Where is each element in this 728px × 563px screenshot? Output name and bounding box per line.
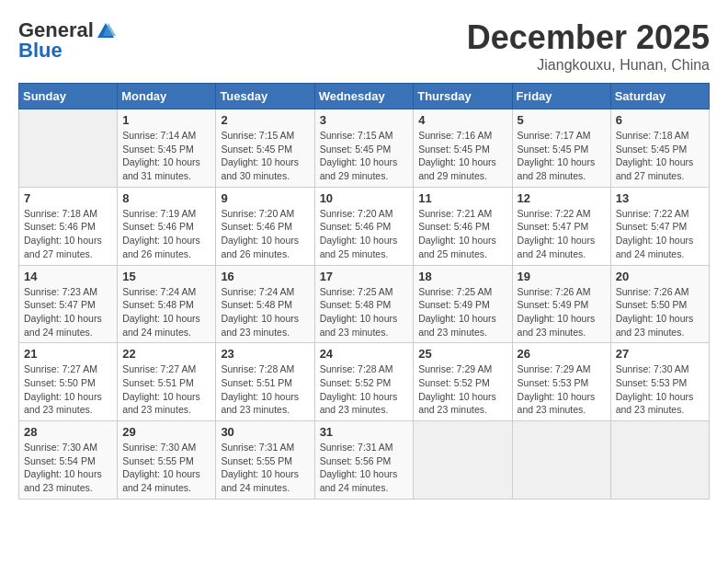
calendar-cell: 23Sunrise: 7:28 AMSunset: 5:51 PMDayligh… <box>216 343 314 421</box>
day-info: Sunrise: 7:28 AMSunset: 5:51 PMDaylight:… <box>221 362 309 417</box>
weekday-header: Saturday <box>610 84 709 109</box>
day-number: 16 <box>221 270 309 283</box>
calendar-week-row: 14Sunrise: 7:23 AMSunset: 5:47 PMDayligh… <box>19 265 710 343</box>
day-info: Sunrise: 7:15 AMSunset: 5:45 PMDaylight:… <box>320 129 409 183</box>
calendar-cell <box>19 109 118 188</box>
calendar-week-row: 28Sunrise: 7:30 AMSunset: 5:54 PMDayligh… <box>19 421 710 500</box>
day-info: Sunrise: 7:28 AMSunset: 5:52 PMDaylight:… <box>320 362 409 417</box>
day-number: 17 <box>320 270 409 283</box>
day-number: 14 <box>24 270 112 283</box>
day-info: Sunrise: 7:22 AMSunset: 5:47 PMDaylight:… <box>616 207 704 261</box>
day-number: 30 <box>221 425 309 439</box>
day-info: Sunrise: 7:27 AMSunset: 5:51 PMDaylight:… <box>122 362 210 417</box>
day-number: 6 <box>616 113 704 127</box>
calendar-cell: 9Sunrise: 7:20 AMSunset: 5:46 PMDaylight… <box>216 187 314 265</box>
day-info: Sunrise: 7:22 AMSunset: 5:47 PMDaylight:… <box>518 207 606 261</box>
calendar-week-row: 21Sunrise: 7:27 AMSunset: 5:50 PMDayligh… <box>19 343 710 421</box>
day-number: 8 <box>122 191 210 205</box>
day-info: Sunrise: 7:30 AMSunset: 5:54 PMDaylight:… <box>24 441 112 495</box>
day-info: Sunrise: 7:27 AMSunset: 5:50 PMDaylight:… <box>24 362 112 417</box>
logo-icon <box>96 21 116 40</box>
day-number: 22 <box>122 347 210 361</box>
calendar-table: SundayMondayTuesdayWednesdayThursdayFrid… <box>18 83 710 500</box>
day-number: 4 <box>418 113 506 127</box>
calendar-week-row: 7Sunrise: 7:18 AMSunset: 5:46 PMDaylight… <box>19 187 710 265</box>
calendar-cell: 19Sunrise: 7:26 AMSunset: 5:49 PMDayligh… <box>512 265 610 343</box>
calendar-cell: 28Sunrise: 7:30 AMSunset: 5:54 PMDayligh… <box>19 421 118 500</box>
weekday-header: Thursday <box>414 84 512 109</box>
calendar-cell: 2Sunrise: 7:15 AMSunset: 5:45 PMDaylight… <box>216 109 314 188</box>
day-info: Sunrise: 7:14 AMSunset: 5:45 PMDaylight:… <box>122 129 210 183</box>
day-info: Sunrise: 7:21 AMSunset: 5:46 PMDaylight:… <box>418 207 506 261</box>
calendar-cell <box>414 421 512 500</box>
day-number: 15 <box>122 270 210 283</box>
calendar-cell: 29Sunrise: 7:30 AMSunset: 5:55 PMDayligh… <box>118 421 216 500</box>
weekday-header: Friday <box>512 84 610 109</box>
calendar-cell: 11Sunrise: 7:21 AMSunset: 5:46 PMDayligh… <box>414 187 512 265</box>
calendar-cell: 20Sunrise: 7:26 AMSunset: 5:50 PMDayligh… <box>610 265 709 343</box>
calendar-cell: 30Sunrise: 7:31 AMSunset: 5:55 PMDayligh… <box>216 421 314 500</box>
day-number: 23 <box>221 347 309 361</box>
location-title: Jiangkouxu, Hunan, China <box>467 57 710 74</box>
calendar-cell: 16Sunrise: 7:24 AMSunset: 5:48 PMDayligh… <box>216 265 314 343</box>
day-info: Sunrise: 7:30 AMSunset: 5:53 PMDaylight:… <box>616 362 704 417</box>
weekday-header: Tuesday <box>216 84 314 109</box>
calendar-cell: 15Sunrise: 7:24 AMSunset: 5:48 PMDayligh… <box>118 265 216 343</box>
title-area: December 2025 Jiangkouxu, Hunan, China <box>467 18 710 74</box>
calendar-cell: 21Sunrise: 7:27 AMSunset: 5:50 PMDayligh… <box>19 343 118 421</box>
calendar-header-row: SundayMondayTuesdayWednesdayThursdayFrid… <box>19 84 710 109</box>
calendar-cell: 17Sunrise: 7:25 AMSunset: 5:48 PMDayligh… <box>314 265 414 343</box>
day-info: Sunrise: 7:30 AMSunset: 5:55 PMDaylight:… <box>122 441 210 495</box>
calendar-cell: 5Sunrise: 7:17 AMSunset: 5:45 PMDaylight… <box>512 109 610 188</box>
day-number: 26 <box>518 347 606 361</box>
day-number: 2 <box>221 113 309 127</box>
logo-blue-text: Blue <box>18 39 63 63</box>
day-number: 21 <box>24 347 112 361</box>
calendar-cell <box>610 421 709 500</box>
day-number: 29 <box>122 425 210 439</box>
day-info: Sunrise: 7:25 AMSunset: 5:48 PMDaylight:… <box>320 285 409 339</box>
calendar-cell: 4Sunrise: 7:16 AMSunset: 5:45 PMDaylight… <box>414 109 512 188</box>
day-info: Sunrise: 7:26 AMSunset: 5:50 PMDaylight:… <box>616 285 704 339</box>
calendar-cell: 14Sunrise: 7:23 AMSunset: 5:47 PMDayligh… <box>19 265 118 343</box>
day-info: Sunrise: 7:15 AMSunset: 5:45 PMDaylight:… <box>221 129 309 183</box>
calendar-cell: 31Sunrise: 7:31 AMSunset: 5:56 PMDayligh… <box>314 421 414 500</box>
day-number: 25 <box>418 347 506 361</box>
calendar-cell: 27Sunrise: 7:30 AMSunset: 5:53 PMDayligh… <box>610 343 709 421</box>
calendar-cell: 3Sunrise: 7:15 AMSunset: 5:45 PMDaylight… <box>314 109 414 188</box>
day-info: Sunrise: 7:18 AMSunset: 5:46 PMDaylight:… <box>24 207 112 261</box>
day-info: Sunrise: 7:18 AMSunset: 5:45 PMDaylight:… <box>616 129 704 183</box>
month-title: December 2025 <box>467 18 710 57</box>
calendar-cell: 26Sunrise: 7:29 AMSunset: 5:53 PMDayligh… <box>512 343 610 421</box>
day-number: 3 <box>320 113 409 127</box>
calendar-cell: 22Sunrise: 7:27 AMSunset: 5:51 PMDayligh… <box>118 343 216 421</box>
day-info: Sunrise: 7:24 AMSunset: 5:48 PMDaylight:… <box>221 285 309 339</box>
day-info: Sunrise: 7:25 AMSunset: 5:49 PMDaylight:… <box>418 285 506 339</box>
day-number: 28 <box>24 425 112 439</box>
day-number: 12 <box>518 191 606 205</box>
day-number: 18 <box>418 270 506 283</box>
calendar-cell: 6Sunrise: 7:18 AMSunset: 5:45 PMDaylight… <box>610 109 709 188</box>
day-number: 1 <box>122 113 210 127</box>
day-info: Sunrise: 7:16 AMSunset: 5:45 PMDaylight:… <box>418 129 506 183</box>
calendar-cell: 12Sunrise: 7:22 AMSunset: 5:47 PMDayligh… <box>512 187 610 265</box>
calendar-cell: 10Sunrise: 7:20 AMSunset: 5:46 PMDayligh… <box>314 187 414 265</box>
logo: General Blue <box>18 18 116 63</box>
day-number: 13 <box>616 191 704 205</box>
weekday-header: Sunday <box>19 84 118 109</box>
day-number: 11 <box>418 191 506 205</box>
day-number: 27 <box>616 347 704 361</box>
page-header: General Blue December 2025 Jiangkouxu, H… <box>18 18 710 74</box>
calendar-cell: 1Sunrise: 7:14 AMSunset: 5:45 PMDaylight… <box>118 109 216 188</box>
calendar-cell: 13Sunrise: 7:22 AMSunset: 5:47 PMDayligh… <box>610 187 709 265</box>
day-number: 19 <box>518 270 606 283</box>
day-number: 7 <box>24 191 112 205</box>
calendar-cell: 24Sunrise: 7:28 AMSunset: 5:52 PMDayligh… <box>314 343 414 421</box>
calendar-cell: 7Sunrise: 7:18 AMSunset: 5:46 PMDaylight… <box>19 187 118 265</box>
day-info: Sunrise: 7:24 AMSunset: 5:48 PMDaylight:… <box>122 285 210 339</box>
day-number: 24 <box>320 347 409 361</box>
day-info: Sunrise: 7:17 AMSunset: 5:45 PMDaylight:… <box>518 129 606 183</box>
day-number: 5 <box>518 113 606 127</box>
day-number: 31 <box>320 425 409 439</box>
calendar-cell: 8Sunrise: 7:19 AMSunset: 5:46 PMDaylight… <box>118 187 216 265</box>
